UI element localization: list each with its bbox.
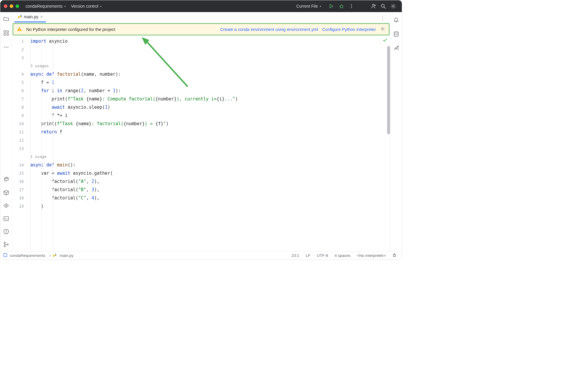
code-line: var = await asyncio.gather( [29,169,390,177]
code-line: await asyncio.sleep(1) [29,103,390,111]
line-separator[interactable]: LF [306,253,310,258]
svg-point-11 [351,7,352,8]
structure-tool-icon[interactable] [3,30,9,36]
code-line [29,54,390,62]
code-line: ) [29,202,390,210]
svg-line-16 [384,7,386,9]
titlebar: condaRequirements ▾ Version control ▾ Cu… [0,0,402,12]
debug-button[interactable] [338,3,345,9]
line-gutter: 1 2 3 4 5 6 7 8 9 10 11 12 13 14 15 [12,35,29,251]
line-no: 19 [12,202,29,210]
banner-settings-icon[interactable] [380,26,385,32]
line-no: 16 [12,177,29,186]
line-no: 14 [12,161,29,169]
line-no: 5 [12,78,29,87]
more-tools-icon[interactable] [3,44,9,50]
problems-tool-icon[interactable] [3,228,9,235]
svg-line-3 [340,5,341,6]
interpreter-status[interactable]: <No interpreter> [357,253,386,258]
run-config-selector[interactable]: Current File ▾ [296,4,321,9]
python-file-icon [17,14,22,19]
svg-point-10 [351,6,352,7]
minimize-window[interactable] [10,4,13,8]
svg-point-22 [4,47,5,47]
svg-point-30 [6,232,6,233]
tab-filename: main.py [24,14,38,19]
code-with-me-button[interactable] [370,3,376,9]
python-packages-icon[interactable] [3,189,9,196]
svg-rect-35 [19,30,20,31]
inspection-ok-icon[interactable] [382,37,388,45]
project-tool-icon[interactable] [3,16,9,22]
terminal-tool-icon[interactable] [3,215,9,222]
python-console-icon[interactable] [3,176,9,183]
code-line [29,144,390,153]
scipy-tool-icon[interactable] [393,45,399,52]
code-line: async def main(): [29,161,390,169]
close-tab-icon[interactable]: ✕ [40,15,43,19]
tab-main-py[interactable]: main.py ✕ [14,13,46,22]
code-line: factorial("C", 4), [29,194,390,202]
services-tool-icon[interactable] [3,202,9,209]
editor-tabs: main.py ✕ ⋮ [12,12,390,23]
version-control-selector[interactable]: Version control ▾ [71,4,102,9]
svg-point-32 [4,246,5,247]
tabs-more-button[interactable]: ⋮ [378,14,388,22]
usages-inlay[interactable]: 3 usages [29,62,390,70]
configure-interpreter-link[interactable]: Configure Python interpreter [322,27,376,32]
zoom-window[interactable] [16,4,19,8]
breadcrumb-sep: › [49,253,51,258]
line-no: 6 [12,87,29,95]
breadcrumb-file[interactable]: main.py [60,253,73,258]
svg-point-31 [4,242,5,243]
code-line: factorial("A", 2), [29,177,390,186]
svg-point-24 [7,47,8,47]
create-conda-env-link[interactable]: Create a conda environment using environ… [220,27,318,32]
database-tool-icon[interactable] [393,31,399,37]
svg-point-12 [372,4,374,6]
code-line: print(f"Task {name}: Compute factorial({… [29,95,390,103]
vcs-tool-icon[interactable] [3,241,9,248]
editor-body[interactable]: 1 2 3 4 5 6 7 8 9 10 11 12 13 14 15 [12,35,390,251]
svg-line-7 [340,8,341,9]
indent-setting[interactable]: 4 spaces [335,253,351,258]
banner-message: No Python interpreter configured for the… [26,27,115,32]
breadcrumb-project[interactable]: condaRequirements [10,253,45,258]
close-window[interactable] [4,4,7,8]
svg-point-17 [392,5,394,7]
editor-scrollbar-thumb[interactable] [387,46,390,134]
line-no: 13 [12,144,29,153]
settings-button[interactable] [390,3,397,9]
vc-label: Version control [71,4,98,9]
readonly-lock-icon[interactable] [392,253,397,258]
project-selector[interactable]: condaRequirements ▾ [26,4,66,9]
search-everywhere-button[interactable] [380,3,387,9]
svg-rect-34 [19,28,20,30]
line-no: 18 [12,194,29,202]
svg-rect-40 [4,254,7,257]
status-bar: condaRequirements › main.py 23:1 LF UTF-… [0,251,402,260]
editor-area: main.py ✕ ⋮ No Python interpreter config… [12,12,390,251]
line-no: 10 [12,120,29,128]
svg-line-4 [343,5,343,6]
more-actions-button[interactable] [348,3,355,9]
line-no: 4 [12,70,29,78]
usages-inlay[interactable]: 1 usage [29,153,390,161]
notifications-icon[interactable] [393,17,399,23]
svg-rect-19 [7,31,9,32]
svg-point-23 [6,47,6,47]
svg-point-15 [381,4,384,7]
code-line: return f [29,128,390,136]
line-no: 9 [12,111,29,120]
cursor-position[interactable]: 23:1 [291,253,299,258]
file-encoding[interactable]: UTF-8 [317,253,328,258]
code-line: for i in range(2, number + 1): [29,87,390,95]
code-line [29,45,390,54]
code-line [29,136,390,144]
svg-marker-0 [330,4,333,8]
chevron-down-icon: ▾ [320,5,321,8]
module-icon [3,253,7,258]
code-line: async def factorial(name, number): [29,70,390,78]
run-button[interactable] [328,3,335,9]
code-content[interactable]: import asyncio 3 usages async def factor… [29,35,390,251]
